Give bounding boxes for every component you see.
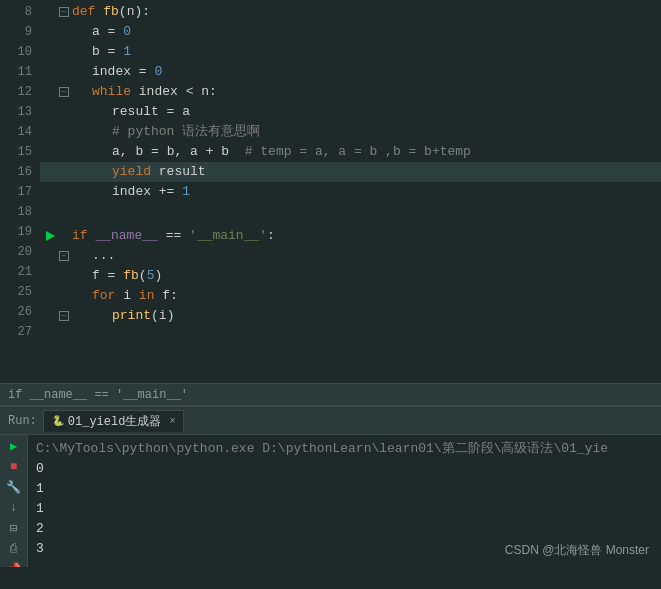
code-line: result = a	[40, 102, 661, 122]
run-play-button[interactable]: ▶	[6, 439, 22, 454]
token-var: index	[92, 62, 139, 82]
run-tab-close[interactable]: ×	[169, 416, 175, 427]
code-line: −def fb(n):	[40, 2, 661, 22]
line-number: 11	[0, 62, 32, 82]
token-fn: fb	[103, 2, 119, 22]
token-var: )	[154, 266, 162, 286]
token-var: f:	[162, 286, 178, 306]
token-op: =	[108, 22, 124, 42]
code-line: index = 0	[40, 62, 661, 82]
token-str: '__main__'	[189, 226, 267, 246]
token-kw: yield	[112, 162, 159, 182]
code-line: a, b = b, a + b # temp = a, a = b ,b = b…	[40, 142, 661, 162]
fold-icon[interactable]: −	[59, 311, 69, 321]
token-var: a	[182, 102, 190, 122]
run-indicator	[44, 290, 56, 302]
token-op: =	[108, 266, 124, 286]
token-op: =	[151, 142, 167, 162]
token-comment: # python 语法有意思啊	[112, 122, 260, 142]
token-num: 1	[182, 182, 190, 202]
fold-icon[interactable]: −	[59, 87, 69, 97]
code-line: a = 0	[40, 22, 661, 42]
fold-gutter[interactable]: −	[56, 311, 72, 321]
token-var: a	[92, 22, 108, 42]
token-num: 5	[147, 266, 155, 286]
cmd-line: C:\MyTools\python\python.exe D:\pythonLe…	[36, 439, 653, 459]
code-line: −while index < n:	[40, 82, 661, 102]
token-var: index	[139, 82, 186, 102]
code-line: for i in f:	[40, 286, 661, 306]
line-number: 14	[0, 122, 32, 142]
token-var: ...	[92, 246, 115, 266]
token-op: <	[186, 82, 202, 102]
token-num: 0	[123, 22, 131, 42]
run-indicator	[44, 146, 56, 158]
run-toolbar: ▶■🔧↓⊟⎙📌	[0, 435, 28, 567]
run-indicator	[44, 166, 56, 178]
layout-button[interactable]: ⊟	[6, 521, 22, 536]
token-var: i	[159, 306, 167, 326]
pin-button[interactable]: 📌	[6, 562, 22, 567]
line-number: 13	[0, 102, 32, 122]
run-indicator	[44, 270, 56, 282]
line-number: 21	[0, 262, 32, 282]
output-line: 1	[36, 479, 653, 499]
fold-gutter[interactable]: −	[56, 87, 72, 97]
run-indicator	[44, 46, 56, 58]
token-fn: fb	[123, 266, 139, 286]
code-lines: −def fb(n):a = 0b = 1index = 0−while ind…	[40, 0, 661, 383]
run-indicator	[44, 214, 56, 226]
run-indicator	[44, 86, 56, 98]
run-stop-button[interactable]: ■	[6, 460, 22, 474]
line-number: 9	[0, 22, 32, 42]
run-indicator	[44, 106, 56, 118]
line-number: 16	[0, 162, 32, 182]
token-op: =	[139, 62, 155, 82]
line-number: 25	[0, 282, 32, 302]
output-line: 1	[36, 499, 653, 519]
line-number: 27	[0, 322, 32, 342]
token-var: (	[139, 266, 147, 286]
watermark: CSDN @北海怪兽 Monster	[505, 542, 649, 559]
run-indicator	[44, 230, 56, 242]
run-label: Run:	[8, 414, 37, 428]
fold-icon[interactable]: −	[59, 7, 69, 17]
code-line: # python 语法有意思啊	[40, 122, 661, 142]
settings-button[interactable]: 🔧	[6, 480, 22, 495]
token-var: index	[112, 182, 159, 202]
output-line: 2	[36, 519, 653, 539]
token-op: =	[108, 42, 124, 62]
token-var: a	[112, 142, 120, 162]
code-container: 89101112131415161718192021252627 −def fb…	[0, 0, 661, 383]
token-op: +	[206, 142, 222, 162]
print-button[interactable]: ⎙	[6, 542, 22, 556]
run-output: C:\MyTools\python\python.exe D:\pythonLe…	[28, 435, 661, 567]
run-indicator	[44, 26, 56, 38]
token-op: ,	[120, 142, 136, 162]
token-var: b	[135, 142, 151, 162]
token-special: __name__	[95, 226, 157, 246]
line-number: 8	[0, 2, 32, 22]
token-var: )	[167, 306, 175, 326]
run-tab[interactable]: 🐍 01_yield生成器 ×	[43, 410, 185, 432]
run-indicator	[44, 126, 56, 138]
fold-icon[interactable]: −	[59, 251, 69, 261]
token-var: n:	[201, 82, 217, 102]
scroll-down-button[interactable]: ↓	[6, 501, 22, 515]
line-number: 17	[0, 182, 32, 202]
code-line: if __name__ == '__main__':	[40, 226, 661, 246]
status-text: if __name__ == '__main__'	[8, 388, 188, 402]
token-param: n	[127, 2, 135, 22]
line-number: 19	[0, 222, 32, 242]
run-content-area: ▶■🔧↓⊟⎙📌 C:\MyTools\python\python.exe D:\…	[0, 435, 661, 567]
token-comment: # temp = a, a = b ,b = b+temp	[245, 142, 471, 162]
token-kw: while	[92, 82, 139, 102]
status-bar: if __name__ == '__main__'	[0, 383, 661, 405]
fold-gutter[interactable]: −	[56, 251, 72, 261]
fold-gutter[interactable]: −	[56, 7, 72, 17]
line-number: 26	[0, 302, 32, 322]
editor-area: 89101112131415161718192021252627 −def fb…	[0, 0, 661, 405]
code-line: −...	[40, 246, 661, 266]
code-line: index += 1	[40, 182, 661, 202]
code-line: −print(i)	[40, 306, 661, 326]
